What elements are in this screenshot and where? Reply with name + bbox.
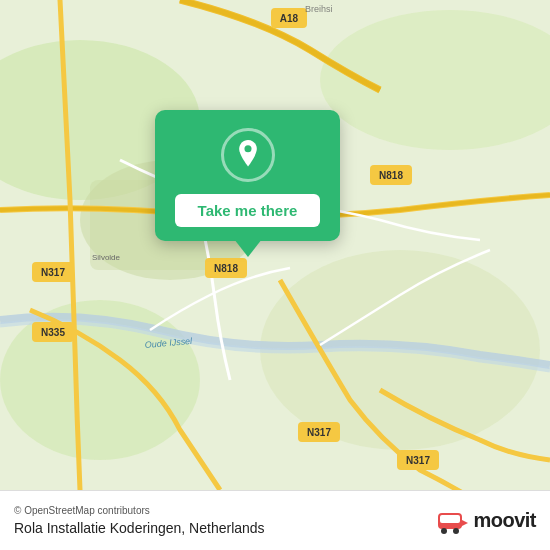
svg-text:N317: N317 <box>41 267 65 278</box>
svg-text:N317: N317 <box>406 455 430 466</box>
location-icon-circle <box>221 128 275 182</box>
svg-text:N335: N335 <box>41 327 65 338</box>
svg-text:N818: N818 <box>379 170 403 181</box>
footer-info: © OpenStreetMap contributors Rola Instal… <box>14 505 265 536</box>
moovit-logo: moovit <box>436 505 536 537</box>
popup-card: Take me there <box>155 110 340 241</box>
take-me-there-button[interactable]: Take me there <box>175 194 320 227</box>
location-pin-icon <box>233 140 263 170</box>
svg-text:A18: A18 <box>280 13 299 24</box>
osm-credit: © OpenStreetMap contributors <box>14 505 265 516</box>
svg-text:N317: N317 <box>307 427 331 438</box>
moovit-text: moovit <box>473 509 536 532</box>
map-container: N818 N818 N317 N335 N317 N317 A18 Breihs… <box>0 0 550 490</box>
svg-text:N818: N818 <box>214 263 238 274</box>
svg-text:Breihsi: Breihsi <box>305 4 333 14</box>
svg-rect-26 <box>440 515 460 523</box>
svg-point-27 <box>441 528 447 534</box>
svg-point-24 <box>244 145 251 152</box>
footer: © OpenStreetMap contributors Rola Instal… <box>0 490 550 550</box>
place-name: Rola Installatie Koderingen, Netherlands <box>14 520 265 536</box>
svg-point-28 <box>453 528 459 534</box>
moovit-icon <box>436 505 468 537</box>
svg-marker-29 <box>460 519 468 527</box>
svg-text:Silvolde: Silvolde <box>92 253 121 262</box>
